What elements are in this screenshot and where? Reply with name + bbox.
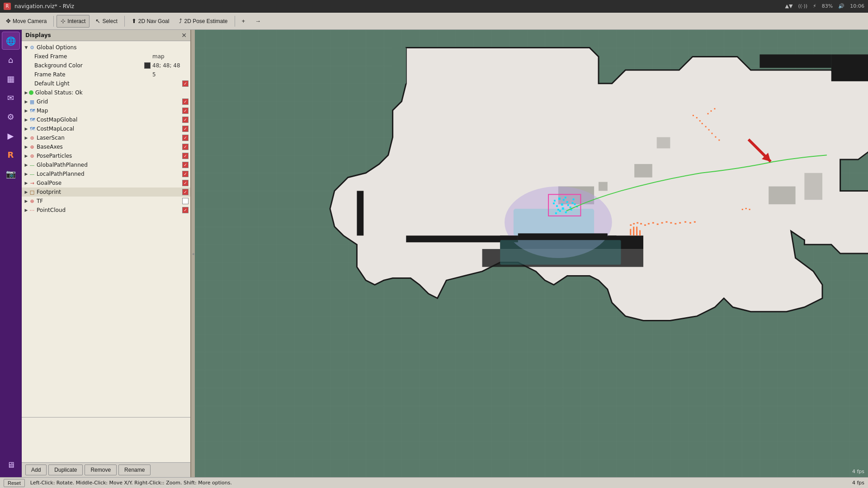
svg-rect-58 bbox=[666, 221, 668, 223]
sidebar-icon-settings[interactable]: ⚙ bbox=[2, 108, 20, 126]
tree-item-pose-particles[interactable]: ▶ ⊛ PoseParticles bbox=[22, 151, 190, 160]
expand-arrow-tf: ▶ bbox=[24, 198, 29, 204]
footprint-checkbox[interactable] bbox=[182, 189, 189, 195]
svg-rect-44 bbox=[715, 136, 716, 138]
reset-button[interactable]: Reset bbox=[4, 479, 25, 487]
svg-rect-74 bbox=[357, 191, 363, 235]
tree-item-fixed-frame[interactable]: Fixed Frame map bbox=[22, 52, 190, 61]
network-icon: ▲▼ bbox=[785, 3, 793, 9]
svg-rect-49 bbox=[630, 225, 632, 226]
tree-item-grid[interactable]: ▶ ▦ Grid bbox=[22, 97, 190, 106]
plus-icon: + bbox=[242, 18, 245, 24]
tree-item-laser-scan[interactable]: ▶ ⊛ LaserScan bbox=[22, 133, 190, 142]
3d-viewport[interactable]: 4 fps bbox=[195, 30, 868, 477]
titlebar-right: ▲▼ ((·)) ⚡ 83% 🔊 10:06 bbox=[785, 3, 864, 9]
fixed-frame-label: Fixed Frame bbox=[34, 53, 152, 60]
costmap-local-checkbox[interactable] bbox=[182, 126, 189, 132]
select-button[interactable]: ↖ Select bbox=[91, 15, 121, 28]
statusbar-fps: 4 fps bbox=[852, 480, 864, 486]
laser-scan-checkbox[interactable] bbox=[182, 135, 189, 141]
svg-rect-11 bbox=[657, 137, 670, 149]
svg-rect-5 bbox=[393, 48, 406, 84]
base-axes-label: BaseAxes bbox=[37, 144, 182, 150]
svg-rect-31 bbox=[565, 211, 567, 213]
expand-arrow-gp: ▶ bbox=[24, 162, 29, 168]
svg-rect-42 bbox=[708, 129, 710, 131]
costmap-global-checkbox[interactable] bbox=[182, 117, 189, 123]
svg-rect-25 bbox=[562, 207, 564, 210]
tree-item-goal-pose[interactable]: ▶ → GoalPose bbox=[22, 178, 190, 188]
svg-rect-67 bbox=[636, 227, 637, 236]
duplicate-button[interactable]: Duplicate bbox=[48, 465, 83, 475]
svg-rect-37 bbox=[693, 115, 694, 116]
svg-rect-70 bbox=[745, 208, 747, 209]
add-button[interactable]: Add bbox=[25, 465, 47, 475]
base-axes-checkbox[interactable] bbox=[182, 144, 189, 150]
point-cloud-checkbox[interactable] bbox=[182, 207, 189, 213]
arrow-button[interactable]: → bbox=[251, 15, 265, 28]
tree-item-global-status[interactable]: ▶ Global Status: Ok bbox=[22, 88, 190, 97]
move-camera-label: Move Camera bbox=[13, 18, 47, 24]
plus-button[interactable]: + bbox=[238, 15, 250, 28]
app-icon: R bbox=[4, 3, 11, 10]
move-camera-button[interactable]: ✥ Move Camera bbox=[2, 15, 51, 28]
tree-item-local-path[interactable]: ▶ — LocalPathPlanned bbox=[22, 169, 190, 178]
pose-particles-checkbox[interactable] bbox=[182, 153, 189, 159]
expand-arrow-cmg: ▶ bbox=[24, 117, 29, 122]
frame-rate-label: Frame Rate bbox=[34, 71, 152, 78]
sidebar-icon-rviz[interactable]: R bbox=[2, 145, 20, 164]
goal-pose-checkbox[interactable] bbox=[182, 180, 189, 186]
expand-arrow-fp: ▶ bbox=[24, 189, 29, 195]
nav-goal-button[interactable]: ⬆ 2D Nav Goal bbox=[127, 15, 174, 28]
displays-tree[interactable]: ▼ ⚙ Global Options Fixed Frame map Backg… bbox=[22, 41, 190, 417]
local-path-checkbox[interactable] bbox=[182, 171, 189, 177]
map-label: Map bbox=[37, 108, 182, 114]
local-path-label: LocalPathPlanned bbox=[37, 171, 182, 177]
tree-item-map[interactable]: ▶ 🗺 Map bbox=[22, 106, 190, 115]
sidebar-icon-terminal[interactable]: ▶ bbox=[2, 127, 20, 145]
sidebar-icon-home[interactable]: ⌂ bbox=[2, 51, 20, 69]
svg-rect-69 bbox=[742, 209, 743, 210]
tree-item-point-cloud[interactable]: ▶ ⋯ PointCloud bbox=[22, 206, 190, 215]
default-light-checkbox[interactable] bbox=[182, 80, 189, 87]
interact-button[interactable]: ⊹ Interact bbox=[57, 15, 90, 28]
global-path-checkbox[interactable] bbox=[182, 162, 189, 168]
sidebar-icon-monitor[interactable]: 🖥 bbox=[2, 455, 20, 474]
rename-button[interactable]: Rename bbox=[118, 465, 151, 475]
global-path-icon: — bbox=[29, 162, 35, 168]
sidebar-icon-table[interactable]: ▦ bbox=[2, 70, 20, 88]
goal-pose-icon: → bbox=[29, 180, 35, 186]
grid-checkbox[interactable] bbox=[182, 99, 189, 105]
tree-item-default-light[interactable]: Default Light bbox=[22, 79, 190, 88]
sidebar-icon-chat[interactable]: ✉ bbox=[2, 89, 20, 107]
pose-estimate-icon: ⤴ bbox=[179, 18, 182, 24]
laser-scan-icon: ⊛ bbox=[29, 135, 35, 141]
frame-rate-value: 5 bbox=[152, 71, 189, 78]
tree-item-tf[interactable]: ▶ ⊕ TF bbox=[22, 197, 190, 206]
pose-estimate-button[interactable]: ⤴ 2D Pose Estimate bbox=[175, 15, 231, 28]
expand-arrow-ls: ▶ bbox=[24, 135, 29, 141]
map-checkbox[interactable] bbox=[182, 108, 189, 114]
tree-item-costmap-global[interactable]: ▶ 🗺 CostMapGlobal bbox=[22, 115, 190, 124]
remove-button[interactable]: Remove bbox=[85, 465, 117, 475]
tree-item-costmap-local[interactable]: ▶ 🗺 CostMapLocal bbox=[22, 124, 190, 133]
tree-item-bg-color[interactable]: Background Color 48; 48; 48 bbox=[22, 61, 190, 70]
svg-rect-23 bbox=[565, 197, 566, 198]
sidebar-icon-globe[interactable]: 🌐 bbox=[2, 32, 20, 50]
tree-item-global-options[interactable]: ▼ ⚙ Global Options bbox=[22, 43, 190, 52]
costmap-global-overlay bbox=[514, 209, 594, 235]
svg-rect-9 bbox=[599, 182, 608, 191]
svg-rect-22 bbox=[572, 202, 574, 204]
displays-close-button[interactable]: ✕ bbox=[181, 32, 187, 39]
tree-item-base-axes[interactable]: ▶ ⊕ BaseAxes bbox=[22, 142, 190, 151]
tree-item-frame-rate[interactable]: Frame Rate 5 bbox=[22, 70, 190, 79]
expand-arrow-cml: ▶ bbox=[24, 126, 29, 131]
tree-item-global-path[interactable]: ▶ — GlobalPathPlanned bbox=[22, 160, 190, 169]
svg-rect-65 bbox=[630, 229, 631, 235]
panel-collapse-handle[interactable]: ◂ bbox=[191, 30, 195, 477]
properties-panel bbox=[22, 417, 190, 462]
tf-checkbox[interactable] bbox=[182, 198, 189, 204]
svg-rect-3 bbox=[760, 54, 831, 68]
sidebar-icon-camera[interactable]: 📷 bbox=[2, 164, 20, 183]
tree-item-footprint[interactable]: ▶ □ Footprint bbox=[22, 188, 190, 197]
